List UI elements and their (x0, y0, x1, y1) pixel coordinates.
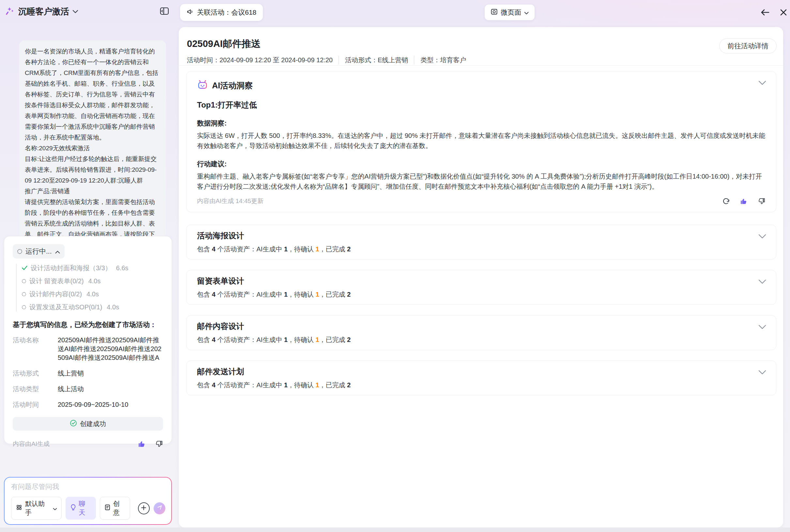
summary-text: ，待确认 (288, 291, 316, 298)
summary-text: ，已完成 (319, 381, 347, 388)
summary-generating: 1 (284, 291, 288, 298)
page-switcher-dropdown[interactable]: 微页面 (485, 4, 535, 20)
message-timestamp: 10:20 (0, 220, 177, 227)
related-activity-badge[interactable]: 关联活动：会议618 (180, 4, 263, 21)
assistant-selector-label: 默认助手 (25, 499, 50, 517)
chat-input[interactable] (11, 483, 165, 491)
creative-mode-button[interactable]: 创意 (100, 497, 130, 519)
task-duration: 4.0s (107, 303, 119, 311)
atom-icon (16, 504, 22, 512)
chat-mode-label: 聊天 (79, 499, 91, 517)
task-label: 设计邮件内容(0/2) (29, 290, 82, 299)
insight-header: AI活动洞察 (197, 79, 766, 91)
ai-note-row: 内容由AI生成 (13, 440, 163, 448)
section-title: 留资表单设计 (197, 276, 766, 286)
ai-insight-card: AI活动洞察 Top1:打开率过低 数据洞察: 实际送达 6W，打开人数 500… (186, 71, 776, 212)
section-card-form[interactable]: 留资表单设计 包含 4 个活动资产：AI生成中 1，待确认 1，已完成 2 (186, 270, 776, 305)
collapse-chevron-icon[interactable] (758, 80, 766, 87)
thumbs-down-button[interactable] (757, 197, 766, 205)
field-row: 活动名称 202509AI邮件推送202509AI邮件推送AI邮件推送20250… (13, 336, 163, 362)
run-status-label: 运行中... (25, 247, 52, 256)
screen: 沉睡客户激活 关联活动：会议618 微 (0, 0, 790, 532)
lightbulb-icon (70, 504, 76, 512)
thumbs-up-button[interactable] (137, 440, 146, 448)
task-duration: 4.0s (88, 278, 101, 285)
summary-total: 4 (212, 336, 216, 343)
summary-done: 2 (347, 381, 351, 388)
field-label: 活动类型 (13, 385, 49, 394)
summary-text: 个活动资产：AI生成中 (216, 381, 284, 388)
summary-text: ，已完成 (319, 245, 347, 253)
section-asset-summary: 包含 4 个活动资产：AI生成中 1，待确认 1，已完成 2 (197, 245, 766, 253)
run-status-toggle[interactable]: 运行中... (13, 244, 65, 259)
thumbs-down-button[interactable] (154, 440, 163, 448)
data-insight-text: 实际送达 6W，打开人数 500，打开率约8.33%。在送达的客户中，超过 90… (197, 131, 766, 151)
chevron-down-icon (524, 8, 529, 16)
expand-chevron-icon[interactable] (758, 370, 766, 376)
send-button[interactable] (154, 502, 165, 514)
summary-pending: 1 (315, 336, 319, 343)
summary-pending: 1 (315, 245, 319, 253)
feedback-buttons (137, 440, 163, 448)
spinner-icon (22, 305, 26, 309)
assistant-selector-dropdown[interactable]: 默认助手 (11, 497, 62, 519)
summary-done: 2 (347, 336, 351, 343)
task-item: 设计活动封面和海报（3/3） 6.6s (22, 264, 163, 272)
data-insight-label: 数据洞察: (197, 119, 766, 128)
app-title-label: 沉睡客户激活 (18, 6, 69, 17)
section-card-poster[interactable]: 活动海报设计 包含 4 个活动资产：AI生成中 1，待确认 1，已完成 2 (186, 225, 776, 260)
task-item: 设计邮件内容(0/2) 4.0s (22, 290, 163, 299)
main-panel: 02509AI邮件推送 活动时间：2024-09-09 12:20 至 2024… (179, 27, 783, 528)
summary-text: 个活动资产：AI生成中 (216, 245, 284, 253)
creation-success-badge: 创建成功 (13, 417, 163, 431)
paper-plane-icon (157, 505, 162, 512)
arrow-left-icon (760, 8, 770, 18)
section-card-send-plan[interactable]: 邮件发送计划 包含 4 个活动资产：AI生成中 1，待确认 1，已完成 2 (186, 361, 776, 395)
sidebar-collapse-button[interactable] (160, 7, 169, 16)
back-button[interactable] (759, 7, 771, 19)
campaign-header: 02509AI邮件推送 活动时间：2024-09-09 12:20 至 2024… (179, 27, 783, 65)
expand-chevron-icon[interactable] (758, 325, 766, 330)
add-attachment-button[interactable] (138, 502, 150, 514)
app-title[interactable]: 沉睡客户激活 (6, 6, 78, 17)
thumbs-up-button[interactable] (739, 197, 748, 205)
summary-text: ，已完成 (319, 291, 347, 298)
campaign-body: AI活动洞察 Top1:打开率过低 数据洞察: 实际送达 6W，打开人数 500… (179, 65, 783, 395)
section-card-email-content[interactable]: 邮件内容设计 包含 4 个活动资产：AI生成中 1，待确认 1，已完成 2 (186, 315, 776, 350)
spinner-icon (22, 279, 26, 283)
section-asset-summary: 包含 4 个活动资产：AI生成中 1，待确认 1，已完成 2 (197, 381, 766, 390)
campaign-title: 02509AI邮件推送 (187, 37, 777, 51)
megaphone-icon (187, 8, 194, 17)
refresh-icon[interactable] (722, 197, 730, 205)
campaign-form: 活动形式：E线上营销 (338, 56, 408, 64)
summary-generating: 1 (284, 336, 288, 343)
campaign-type: 类型：培育客户 (414, 56, 466, 64)
summary-generating: 1 (284, 245, 288, 253)
insight-footer: 内容由AI生成 14:45更新 (197, 197, 766, 205)
go-to-details-button[interactable]: 前往活动详情 (719, 38, 777, 54)
close-button[interactable] (777, 7, 789, 19)
summary-total: 4 (212, 245, 216, 253)
chat-toolbar: 默认助手 聊天 (11, 497, 165, 519)
expand-chevron-icon[interactable] (758, 279, 766, 285)
field-label: 活动时间 (13, 400, 49, 409)
task-duration: 6.6s (116, 264, 129, 272)
chat-mode-button[interactable]: 聊天 (66, 497, 96, 519)
summary-text: ，已完成 (319, 336, 347, 343)
expand-chevron-icon[interactable] (758, 234, 766, 240)
field-row: 活动类型 线上活动 (13, 385, 163, 394)
campaign-time: 活动时间：2024-09-09 12:20 至 2024-09-09 12:20 (187, 56, 333, 64)
bottom-strip (0, 528, 790, 532)
section-title: 活动海报设计 (197, 230, 766, 241)
related-activity-label: 关联活动：会议618 (197, 8, 256, 17)
summary-pending: 1 (315, 381, 319, 388)
magic-wand-icon (6, 6, 15, 17)
summary-total: 4 (212, 381, 216, 388)
robot-icon (197, 79, 208, 91)
summary-text: ，待确认 (288, 245, 316, 253)
section-asset-summary: 包含 4 个活动资产：AI生成中 1，待确认 1，已完成 2 (197, 336, 766, 344)
chat-sidebar: 你是一名资深的市场人员，精通客户培育转化的各种方法论，你已经有一个一体化的营销云… (0, 21, 177, 528)
micro-page-icon (491, 8, 498, 17)
document-plus-icon (104, 504, 111, 512)
summary-total: 4 (212, 291, 216, 298)
